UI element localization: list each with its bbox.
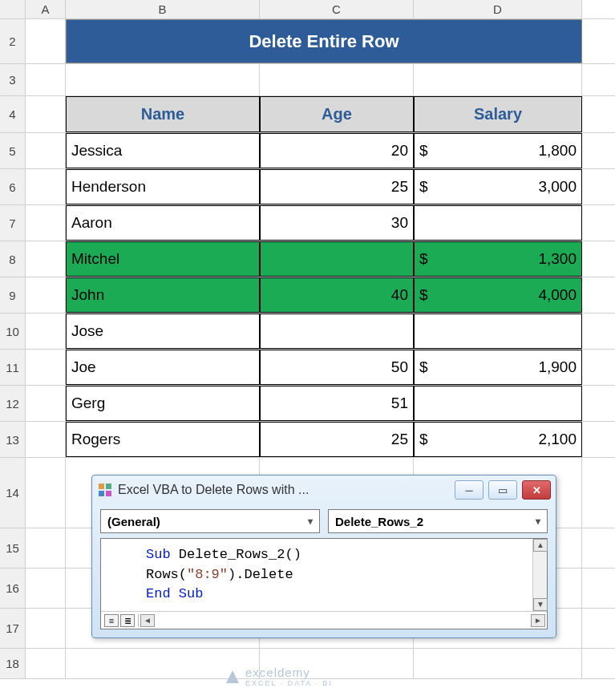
view-mode-buttons[interactable]: ≡≣ [101, 614, 139, 627]
row-header-6[interactable]: 6 [0, 169, 26, 204]
col-header-b[interactable]: B [66, 0, 260, 18]
chevron-down-icon: ▾ [308, 516, 313, 527]
cell-salary[interactable] [414, 386, 582, 421]
cell-age[interactable]: 30 [260, 205, 414, 241]
header-salary[interactable]: Salary [414, 96, 582, 132]
row-header-3[interactable]: 3 [0, 64, 26, 95]
svg-rect-0 [99, 484, 104, 489]
cell-a8[interactable] [26, 241, 66, 277]
row-header-13[interactable]: 13 [0, 422, 26, 457]
select-all-corner[interactable] [0, 0, 26, 18]
cell-salary[interactable]: $1,800 [414, 133, 582, 168]
cell-name[interactable]: Jessica [66, 133, 260, 168]
cell-a2[interactable] [26, 19, 66, 63]
scroll-right-icon[interactable]: ► [531, 614, 545, 627]
scroll-left-icon[interactable]: ◄ [140, 614, 155, 627]
procedure-dropdown-value: Delete_Rows_2 [335, 515, 423, 528]
cell-name[interactable]: Henderson [66, 169, 260, 204]
row-header-16[interactable]: 16 [0, 568, 26, 608]
scroll-up-icon[interactable]: ▲ [533, 539, 548, 552]
scroll-down-icon[interactable]: ▼ [533, 598, 548, 611]
table-row: 5Jessica20$1,800 [0, 133, 615, 169]
cell-name[interactable]: Gerg [66, 386, 260, 421]
cell-salary[interactable]: $4,000 [414, 277, 582, 313]
watermark-logo: exceldemy EXCEL · DATA · BI [225, 666, 333, 687]
object-dropdown[interactable]: (General) ▾ [100, 509, 320, 533]
vba-titlebar[interactable]: Excel VBA to Delete Rows with ... ─ ▭ ✕ [92, 475, 556, 504]
cell-age[interactable]: 40 [260, 277, 414, 313]
table-row: 6Henderson25$3,000 [0, 169, 615, 205]
cell-a11[interactable] [26, 350, 66, 385]
header-age[interactable]: Age [260, 96, 414, 132]
vertical-scrollbar[interactable]: ▲ ▼ [532, 539, 547, 611]
cell-name[interactable]: Jose [66, 314, 260, 349]
title-banner[interactable]: Delete Entire Row [66, 19, 582, 63]
cell-a4[interactable] [26, 96, 66, 132]
svg-rect-3 [106, 491, 111, 496]
table-row: 7Aaron30 [0, 205, 615, 241]
row-header-5[interactable]: 5 [0, 133, 26, 168]
row-header-8[interactable]: 8 [0, 241, 26, 277]
row-3: 3 [0, 64, 615, 96]
col-header-d[interactable]: D [414, 0, 582, 18]
cell-name[interactable]: Rogers [66, 422, 260, 457]
cell-a10[interactable] [26, 314, 66, 349]
svg-rect-1 [106, 484, 111, 489]
cell-age[interactable]: 20 [260, 133, 414, 168]
horizontal-scrollbar[interactable]: ◄ ► [139, 614, 547, 627]
cell-d3[interactable] [414, 64, 582, 95]
table-row: 9John40$4,000 [0, 277, 615, 314]
vba-window-title: Excel VBA to Delete Rows with ... [118, 483, 450, 497]
cell-name[interactable]: Joe [66, 350, 260, 385]
maximize-button[interactable]: ▭ [488, 480, 517, 500]
cell-b3[interactable] [66, 64, 260, 95]
cell-salary[interactable] [414, 314, 582, 349]
cell-name[interactable]: Aaron [66, 205, 260, 241]
minimize-button[interactable]: ─ [455, 480, 484, 500]
cell-name[interactable]: Mitchel [66, 241, 260, 277]
row-header-17[interactable]: 17 [0, 609, 26, 648]
cell-age[interactable] [260, 314, 414, 349]
procedure-dropdown[interactable]: Delete_Rows_2 ▾ [328, 509, 548, 533]
row-header-15[interactable]: 15 [0, 528, 26, 568]
row-header-12[interactable]: 12 [0, 386, 26, 421]
cell-c3[interactable] [260, 64, 414, 95]
row-header-7[interactable]: 7 [0, 205, 26, 241]
col-header-a[interactable]: A [26, 0, 66, 18]
close-button[interactable]: ✕ [522, 480, 551, 500]
cell-salary[interactable]: $3,000 [414, 169, 582, 204]
cell-salary[interactable]: $1,900 [414, 350, 582, 385]
cell-salary[interactable]: $2,100 [414, 422, 582, 457]
header-name[interactable]: Name [66, 96, 260, 132]
cell-age[interactable]: 51 [260, 386, 414, 421]
row-header-10[interactable]: 10 [0, 314, 26, 349]
cell-a5[interactable] [26, 133, 66, 168]
cell-a14[interactable] [26, 458, 66, 528]
cell-a9[interactable] [26, 277, 66, 313]
row-2: 2 Delete Entire Row [0, 19, 615, 64]
cell-a7[interactable] [26, 205, 66, 241]
table-row: 12Gerg51 [0, 386, 615, 422]
cell-age[interactable]: 25 [260, 422, 414, 457]
cell-name[interactable]: John [66, 277, 260, 313]
cell-age[interactable]: 25 [260, 169, 414, 204]
cell-a6[interactable] [26, 169, 66, 204]
cell-a13[interactable] [26, 422, 66, 457]
code-text[interactable]: Sub Delete_Rows_2() Rows("8:9").Delete E… [101, 539, 547, 611]
code-pane[interactable]: Sub Delete_Rows_2() Rows("8:9").Delete E… [100, 538, 548, 629]
cell-a3[interactable] [26, 64, 66, 95]
cell-salary[interactable]: $1,300 [414, 241, 582, 277]
cell-age[interactable] [260, 241, 414, 277]
row-header-11[interactable]: 11 [0, 350, 26, 385]
row-4: 4 Name Age Salary [0, 96, 615, 133]
row-header-4[interactable]: 4 [0, 96, 26, 132]
cell-a12[interactable] [26, 386, 66, 421]
vba-editor-window[interactable]: Excel VBA to Delete Rows with ... ─ ▭ ✕ … [91, 475, 556, 638]
cell-age[interactable]: 50 [260, 350, 414, 385]
row-header-9[interactable]: 9 [0, 277, 26, 313]
cell-salary[interactable] [414, 205, 582, 241]
row-header-14[interactable]: 14 [0, 458, 26, 528]
col-header-c[interactable]: C [260, 0, 414, 18]
row-header-2[interactable]: 2 [0, 19, 26, 63]
row-header-18[interactable]: 18 [0, 649, 26, 678]
